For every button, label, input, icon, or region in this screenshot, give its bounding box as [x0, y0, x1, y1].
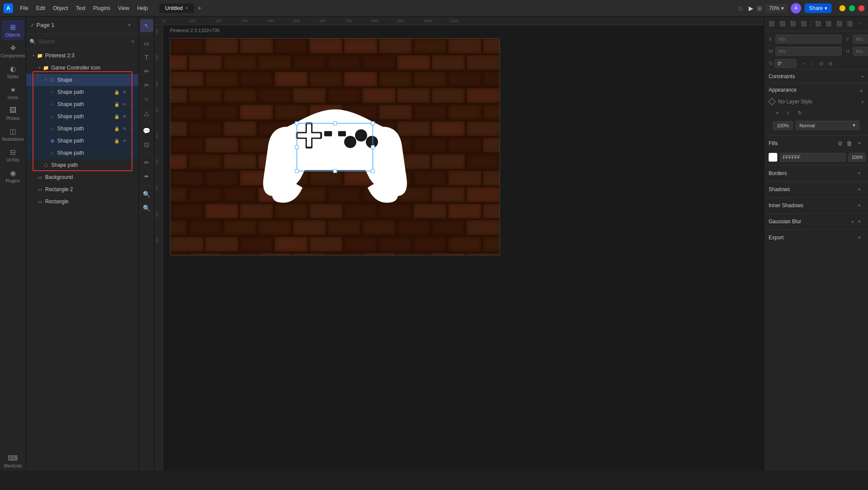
tool-pencil2[interactable]: ✒ [140, 170, 153, 183]
more-icon-4[interactable]: ⋯ [129, 125, 136, 132]
zoom-control[interactable]: 70% ▾ [766, 4, 787, 13]
inner-shadows-add-button[interactable]: + [855, 201, 864, 210]
fill-color-swatch[interactable] [769, 153, 777, 162]
fills-delete-icon[interactable]: 🗑 [845, 139, 854, 148]
menu-text[interactable]: Text [72, 3, 89, 13]
constraints-section-header[interactable]: Constraints ▾ [764, 70, 868, 83]
sidebar-item-photos[interactable]: 🖼 Photos [2, 103, 24, 123]
handle-ml[interactable] [295, 146, 299, 149]
borders-section-header[interactable]: Borders + [764, 165, 868, 181]
borders-add-button[interactable]: + [855, 169, 864, 178]
handle-tc[interactable] [333, 122, 337, 125]
home-button[interactable]: ⌂ [736, 4, 745, 12]
tree-item-sp2[interactable]: ○ Shape path 🔒 👁 ⋯ [26, 98, 138, 110]
fill-opacity-input[interactable] [848, 153, 866, 162]
tool-zoom-in[interactable]: 🔍 [140, 188, 153, 201]
align-spaced-icon[interactable]: ⬛ [845, 19, 855, 29]
artboard[interactable] [170, 38, 500, 255]
gaussian-blur-section-header[interactable]: Gaussian Blur ▾ + [764, 213, 868, 229]
w-input[interactable] [776, 47, 842, 56]
expand-gamectrl-icon[interactable]: ▾ [36, 65, 43, 71]
expand-shape-icon[interactable]: ▾ [43, 77, 49, 83]
more-options-icon[interactable]: ⊟ [819, 61, 823, 66]
inner-shadows-section-header[interactable]: Inner Shadows + [764, 197, 868, 213]
align-center-v-icon[interactable]: ⬛ [824, 19, 833, 29]
refresh-style-icon[interactable]: ↻ [796, 109, 804, 117]
menu-object[interactable]: Object [49, 3, 72, 13]
y-input[interactable] [853, 35, 868, 43]
tool-text[interactable]: T [140, 51, 153, 64]
maximize-button[interactable]: □ [849, 5, 855, 11]
tool-pencil[interactable]: ✏ [140, 156, 153, 169]
tree-item-background[interactable]: ▭ Background [26, 171, 138, 183]
sidebar-item-uikits[interactable]: ⊟ UI Kits [2, 145, 24, 165]
export-section-header[interactable]: Export + [764, 229, 868, 245]
grid-options-icon[interactable]: ⊞ [829, 61, 832, 66]
shadows-add-button[interactable]: + [855, 185, 864, 194]
appearance-section-header[interactable]: Appearance ▲ [764, 83, 868, 96]
fill-hex-input[interactable] [780, 153, 846, 162]
tool-frame[interactable]: ⊡ [140, 138, 153, 151]
no-style-row[interactable]: No Layer Style ▾ [769, 96, 864, 107]
lock-icon-5[interactable]: 🔒 [113, 137, 120, 144]
tab-untitled[interactable]: Untitled × [159, 3, 194, 13]
lock-icon-4[interactable]: 🔒 [113, 125, 120, 132]
sidebar-item-plugins[interactable]: ◉ Plugins [2, 166, 24, 186]
more-icon-3[interactable]: ⋯ [129, 113, 136, 120]
h-input[interactable] [853, 47, 868, 56]
handle-bc[interactable] [333, 169, 337, 173]
tree-item-sp1[interactable]: ○ Shape path 🔒 👁 ⋯ [26, 86, 138, 98]
share-button[interactable]: Share ▾ [805, 3, 832, 13]
eye-icon-5[interactable]: 👁 [121, 137, 128, 144]
sidebar-item-icons[interactable]: ★ Icons [2, 83, 24, 103]
tool-rectangle[interactable]: ▭ [140, 37, 153, 50]
handle-bl[interactable] [295, 169, 299, 173]
tree-item-sp6[interactable]: ○ Shape path ⋯ [26, 147, 138, 159]
tab-add-button[interactable]: + [195, 3, 204, 13]
handle-tl[interactable] [295, 122, 299, 125]
tool-scissors[interactable]: ✂ [140, 79, 153, 92]
menu-plugins[interactable]: Plugins [90, 3, 114, 13]
more-icon-5[interactable]: ⋯ [129, 137, 136, 144]
tool-select[interactable]: ↖ [140, 19, 153, 32]
sidebar-item-shortcuts[interactable]: ⌨ Shortcuts [2, 451, 24, 471]
sidebar-item-components[interactable]: ❖ Components [2, 41, 24, 61]
eye-icon-3[interactable]: 👁 [121, 113, 128, 120]
align-distributed-icon[interactable]: ⬛ [799, 19, 808, 29]
handle-br[interactable] [371, 169, 375, 173]
shadows-section-header[interactable]: Shadows + [764, 181, 868, 197]
eye-icon-1[interactable]: 👁 [121, 89, 128, 96]
lock-icon-1[interactable]: 🔒 [113, 89, 120, 96]
sidebar-item-illustrations[interactable]: ◫ Illustrations [2, 124, 24, 144]
sidebar-item-styles[interactable]: ◐ Styles [2, 62, 24, 82]
eye-icon-4[interactable]: 👁 [121, 125, 128, 132]
canvas-area[interactable]: 0 100 200 300 400 500 600 700 800 900 10… [155, 17, 764, 471]
handle-tr[interactable] [371, 122, 375, 125]
more-icon-2[interactable]: ⋯ [129, 101, 136, 108]
tool-zoom-out[interactable]: 🔍 [140, 202, 153, 215]
search-input[interactable] [39, 39, 128, 45]
more-icon-1[interactable]: ⋯ [129, 89, 136, 96]
align-right-icon[interactable]: ⬛ [788, 19, 798, 29]
sidebar-item-objects[interactable]: ⊞ Objects [2, 20, 24, 40]
expand-icon[interactable]: ⋯ [856, 19, 865, 29]
canvas-content[interactable]: Pinterest 2:3 1102×735 [163, 25, 764, 471]
tree-item-rect2[interactable]: ▭ Rectangle 2 [26, 183, 138, 195]
lock-icon-2[interactable]: 🔒 [113, 101, 120, 108]
export-add-button[interactable]: + [855, 233, 864, 242]
more-icon-6[interactable]: ⋯ [129, 149, 136, 156]
align-bottom-icon[interactable]: ⬛ [835, 19, 844, 29]
menu-file[interactable]: File [16, 3, 32, 13]
expand-pinterest-icon[interactable]: ▾ [30, 53, 36, 59]
tree-item-shape-group[interactable]: ▾ ⬡ Shape [26, 74, 138, 86]
align-left-icon[interactable]: ⬛ [767, 19, 776, 29]
opacity-input[interactable] [773, 121, 793, 130]
rotate-input[interactable] [775, 59, 796, 68]
fills-adjust-icon[interactable]: ⚙ [838, 140, 843, 147]
add-page-button[interactable]: + [125, 20, 134, 30]
tab-close-icon[interactable]: × [185, 6, 188, 10]
tree-item-sp5[interactable]: ⊕ Shape path 🔒 👁 ⋯ [26, 135, 138, 147]
flip-v-icon[interactable]: ↕ [812, 61, 814, 66]
game-controller-group[interactable] [261, 92, 409, 206]
tree-item-game-ctrl[interactable]: ▾ 📁 Game Controller icon [26, 62, 138, 74]
